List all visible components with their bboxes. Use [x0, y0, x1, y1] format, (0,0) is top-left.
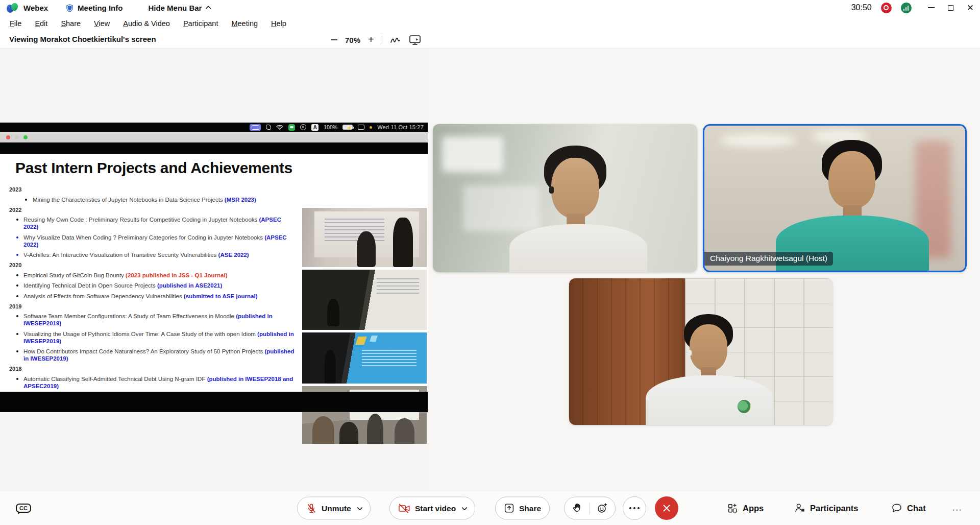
leave-meeting-button[interactable]: [655, 496, 678, 520]
raise-hand-icon[interactable]: [572, 503, 583, 514]
slide-bullet-item: V-Achilles: An Interactive Visualization…: [9, 251, 295, 258]
slide-sections: 2023Mining the Characteristics of Jupyte…: [9, 183, 295, 403]
restore-button[interactable]: [948, 5, 953, 11]
control-bar-overflow[interactable]: ...: [952, 504, 962, 513]
zoom-out-button[interactable]: [331, 39, 337, 40]
app-name: Webex: [23, 4, 48, 12]
slide-bullet-item: Visualizing the Usage of Pythonic Idioms…: [9, 330, 295, 345]
mac-datetime: Wed 11 Oct 15:27: [377, 124, 424, 130]
meeting-control-bar: CC Unmute Start video Share: [0, 491, 980, 525]
annotate-icon[interactable]: [390, 35, 401, 45]
menu-participant[interactable]: Participant: [177, 17, 225, 30]
slide-bullet-item: Software Team Member Configurations: A S…: [9, 313, 295, 327]
slide-year: 2022: [9, 207, 295, 213]
publication-link: (ASE 2022): [218, 252, 249, 258]
slide-top-letterbox: [0, 142, 428, 154]
slide-year: 2020: [9, 262, 295, 268]
publication-link: (published in ASE2021): [157, 282, 222, 289]
slide-bottom-letterbox: [0, 392, 428, 412]
participant-video-tile[interactable]: [433, 124, 697, 272]
slide-bullet-item: Mining the Characteristics of Jupyter No…: [9, 196, 295, 203]
thumbnail-photo-1: [302, 208, 427, 267]
slide-title: Past Intern Projects and Achievements: [15, 159, 292, 177]
cc-icon: CC: [16, 504, 31, 513]
start-video-label: Start video: [415, 504, 456, 513]
slide-bullet-item: Identifying Technical Debt in Open Sourc…: [9, 282, 295, 289]
hide-menu-bar-button[interactable]: Hide Menu Bar: [148, 4, 210, 12]
start-video-button[interactable]: Start video: [389, 497, 475, 520]
connection-quality-icon[interactable]: [901, 3, 912, 13]
apps-label: Apps: [743, 504, 764, 513]
meeting-timer: 30:50: [851, 3, 872, 12]
thumbnail-photo-2: [302, 270, 427, 330]
host-video-tile-active-speaker[interactable]: Chaiyong Ragkhitwetsagul (Host): [703, 124, 967, 272]
more-options-button[interactable]: [623, 496, 646, 520]
zoom-level[interactable]: 70%: [345, 36, 360, 44]
reactions-smiley-icon[interactable]: [596, 503, 608, 514]
menu-share[interactable]: Share: [54, 17, 87, 30]
menu-edit[interactable]: Edit: [28, 17, 54, 30]
publication-link: (submitted to ASE journal): [184, 293, 258, 299]
participants-button[interactable]: Participants: [794, 503, 858, 514]
mac-minimize-dot: [15, 135, 19, 139]
menu-audio-video[interactable]: Audio & Video: [116, 17, 177, 30]
shared-screen-pane[interactable]: A 100% ⚡ Wed 11 Oct 15:27 Past Intern Pr…: [0, 49, 428, 491]
battery-icon: ⚡: [342, 125, 353, 130]
share-button[interactable]: Share: [495, 497, 550, 520]
recording-indicator-icon[interactable]: [881, 3, 892, 13]
remote-control-icon[interactable]: [409, 35, 421, 45]
viewing-title: Viewing Morakot Choetkiertikul's screen: [9, 35, 156, 43]
participant-name-label: Chaiyong Ragkhitwetsagul (Host): [704, 252, 833, 266]
shared-window-titlebar: [0, 132, 428, 142]
menu-meeting[interactable]: Meeting: [225, 17, 264, 30]
wifi-icon: [276, 125, 283, 130]
chevron-down-icon[interactable]: [357, 505, 362, 510]
closed-captions-button[interactable]: CC: [13, 499, 34, 517]
menu-help[interactable]: Help: [264, 17, 293, 30]
slide-bullet-item: Why Visualize Data When Coding ? Prelimi…: [9, 234, 295, 248]
battery-percent: 100%: [324, 124, 337, 130]
participant-video-tile[interactable]: [569, 278, 832, 425]
background-window: [442, 136, 503, 172]
input-source-icon: A: [311, 124, 318, 131]
publication-link: (2023 published in JSS - Q1 Journal): [126, 272, 227, 278]
webex-meeting-window: Webex Meeting Info Hide Menu Bar 30:50 ✕…: [0, 0, 980, 525]
participants-label: Participants: [810, 504, 858, 513]
screen-sharing-icon: [250, 124, 261, 131]
close-x-icon: [662, 504, 671, 513]
menu-view[interactable]: View: [87, 17, 116, 30]
meeting-info-label: Meeting Info: [78, 4, 122, 12]
presentation-slide: Past Intern Projects and Achievements 20…: [0, 154, 428, 392]
menu-file[interactable]: File: [3, 17, 28, 30]
thumbnail-photo-3: [302, 332, 427, 384]
hide-menu-bar-label: Hide Menu Bar: [148, 4, 202, 12]
chat-button[interactable]: Chat: [891, 503, 926, 514]
display-icon: [358, 125, 364, 130]
menu-bar: File Edit Share View Audio & Video Parti…: [0, 15, 980, 32]
apps-button[interactable]: Apps: [727, 503, 764, 514]
close-button[interactable]: ✕: [967, 4, 974, 12]
slide-bullet-item: Analysis of Effects from Software Depend…: [9, 293, 295, 300]
slide-bullet-item: Reusing My Own Code : Preliminary Result…: [9, 216, 295, 230]
lasso-tool-icon: [265, 125, 272, 130]
chevron-up-icon: [206, 6, 211, 11]
mac-close-dot: [6, 135, 10, 139]
hotspot-icon: [300, 124, 306, 130]
share-label: Share: [519, 504, 541, 513]
participants-icon: [794, 503, 805, 514]
microphone-muted-icon: [306, 503, 317, 514]
minimize-button[interactable]: [928, 7, 935, 8]
window-titlebar: Webex Meeting Info Hide Menu Bar 30:50 ✕: [0, 0, 980, 15]
unmute-button[interactable]: Unmute: [297, 497, 371, 520]
slide-bullet-item: How Do Contributors Impact Code Naturaln…: [9, 348, 295, 362]
ceiling-light: [720, 134, 796, 147]
zoom-in-button[interactable]: +: [368, 34, 374, 44]
meeting-info-button[interactable]: Meeting Info: [65, 3, 122, 13]
chat-label: Chat: [907, 504, 926, 513]
chevron-down-icon[interactable]: [461, 505, 467, 510]
mac-zoom-dot: [23, 135, 28, 139]
line-app-icon: [288, 124, 295, 131]
slide-year: 2023: [9, 186, 295, 193]
share-screen-icon: [504, 503, 514, 514]
unmute-label: Unmute: [322, 504, 351, 513]
